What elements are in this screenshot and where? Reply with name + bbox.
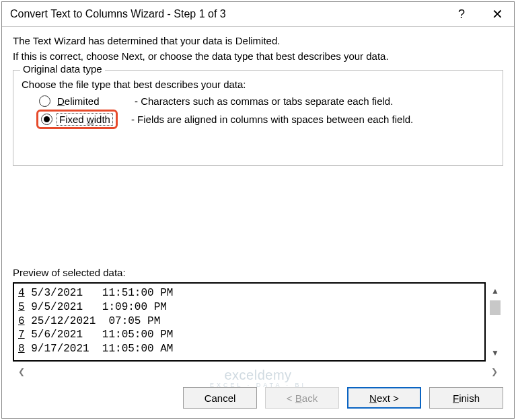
wizard-dialog: Convert Text to Columns Wizard - Step 1 … <box>1 1 515 419</box>
preview-row: 7 5/6/2021 11:05:00 PM <box>18 328 480 342</box>
radio-fixed-width-label: Fixed width <box>57 113 113 126</box>
original-data-type-fieldset: Original data type Choose the file type … <box>13 70 503 166</box>
next-button[interactable]: Next > <box>347 387 421 409</box>
dialog-body: The Text Wizard has determined that your… <box>2 27 514 380</box>
scroll-left-icon[interactable]: ❮ <box>14 366 29 378</box>
cancel-button[interactable]: Cancel <box>183 387 257 409</box>
preview-label: Preview of selected data: <box>13 267 503 278</box>
radio-delimited-label: Delimited <box>57 95 121 107</box>
choose-file-type-label: Choose the file type that best describes… <box>22 79 496 90</box>
back-button: < Back <box>265 387 339 409</box>
scroll-up-icon[interactable]: ▲ <box>487 282 503 300</box>
intro-text-1: The Text Wizard has determined that your… <box>13 35 503 46</box>
radio-fixed-width-desc: - Fields are aligned in columns with spa… <box>131 114 413 125</box>
titlebar: Convert Text to Columns Wizard - Step 1 … <box>2 2 514 27</box>
intro-text-2: If this is correct, choose Next, or choo… <box>13 50 503 62</box>
preview-row: 6 25/12/2021 07:05 PM <box>18 314 480 329</box>
scroll-thumb[interactable] <box>490 300 501 315</box>
window-controls: ? ✕ <box>454 6 507 22</box>
preview-row: 5 9/5/2021 1:09:00 PM <box>18 300 480 314</box>
preview-data-box: 4 5/3/2021 11:51:00 PM 5 9/5/2021 1:09:0… <box>13 282 486 362</box>
scroll-down-icon[interactable]: ▼ <box>487 344 503 362</box>
preview-area: 4 5/3/2021 11:51:00 PM 5 9/5/2021 1:09:0… <box>13 282 503 362</box>
radio-icon <box>39 95 50 107</box>
radio-delimited[interactable]: Delimited - Characters such as commas or… <box>39 95 496 107</box>
radio-fixed-width[interactable]: Fixed width <box>36 110 118 129</box>
radio-fixed-width-row: Fixed width - Fields are aligned in colu… <box>20 110 496 129</box>
radio-delimited-desc: - Characters such as commas or tabs sepa… <box>135 95 393 107</box>
fieldset-legend: Original data type <box>20 63 105 75</box>
horizontal-scrollbar[interactable]: ❮ ❯ <box>13 363 503 380</box>
scroll-track[interactable] <box>487 316 503 344</box>
preview-row: 8 9/17/2021 11:05:00 AM <box>18 342 480 356</box>
preview-row: 4 5/3/2021 11:51:00 PM <box>18 286 480 300</box>
radio-icon <box>41 114 52 125</box>
dialog-buttons: Cancel < Back Next > Finish <box>2 380 514 418</box>
finish-button[interactable]: Finish <box>429 387 503 409</box>
dialog-title: Convert Text to Columns Wizard - Step 1 … <box>10 8 226 20</box>
spacer <box>13 169 503 260</box>
scroll-right-icon[interactable]: ❯ <box>487 366 502 378</box>
vertical-scrollbar[interactable]: ▲ ▼ <box>487 282 503 362</box>
close-button[interactable]: ✕ <box>488 6 507 22</box>
help-button[interactable]: ? <box>454 7 469 22</box>
